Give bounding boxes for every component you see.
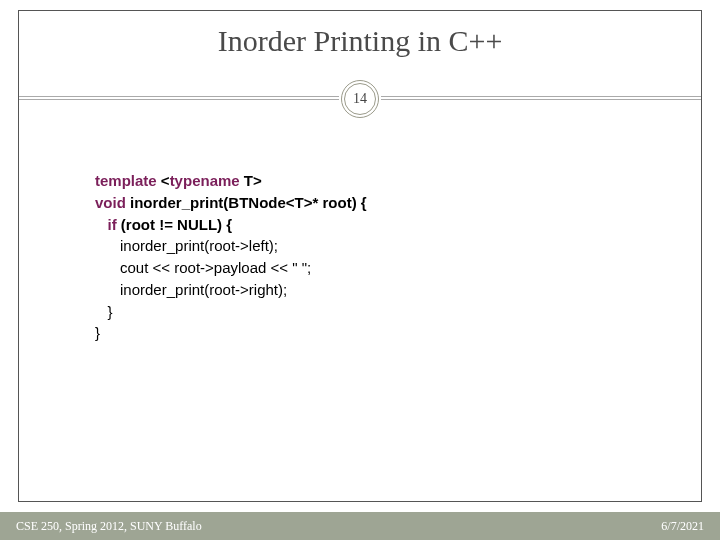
code-text: } bbox=[95, 303, 113, 320]
code-text: inorder_print(root->left); bbox=[95, 237, 278, 254]
kw-if: if bbox=[108, 216, 117, 233]
code-text: } bbox=[95, 324, 100, 341]
code-text: < bbox=[157, 172, 170, 189]
footer-bar: CSE 250, Spring 2012, SUNY Buffalo 6/7/2… bbox=[0, 512, 720, 540]
footer-right: 6/7/2021 bbox=[661, 519, 704, 534]
kw-typename: typename bbox=[170, 172, 240, 189]
code-text: inorder_print(BTNode<T>* root) { bbox=[126, 194, 367, 211]
code-text: (root != NULL) { bbox=[117, 216, 232, 233]
code-text: cout << root->payload << " "; bbox=[95, 259, 311, 276]
kw-template: template bbox=[95, 172, 157, 189]
slide-title: Inorder Printing in C++ bbox=[0, 24, 720, 58]
code-text bbox=[95, 216, 108, 233]
footer-left: CSE 250, Spring 2012, SUNY Buffalo bbox=[16, 519, 202, 534]
rule-left bbox=[19, 96, 339, 100]
slide: Inorder Printing in C++ 14 template <typ… bbox=[0, 0, 720, 540]
code-text: inorder_print(root->right); bbox=[95, 281, 287, 298]
code-block: template <typename T> void inorder_print… bbox=[95, 170, 367, 344]
slide-number-badge: 14 bbox=[341, 80, 379, 118]
code-text: T> bbox=[240, 172, 262, 189]
rule-right bbox=[381, 96, 701, 100]
kw-void: void bbox=[95, 194, 126, 211]
